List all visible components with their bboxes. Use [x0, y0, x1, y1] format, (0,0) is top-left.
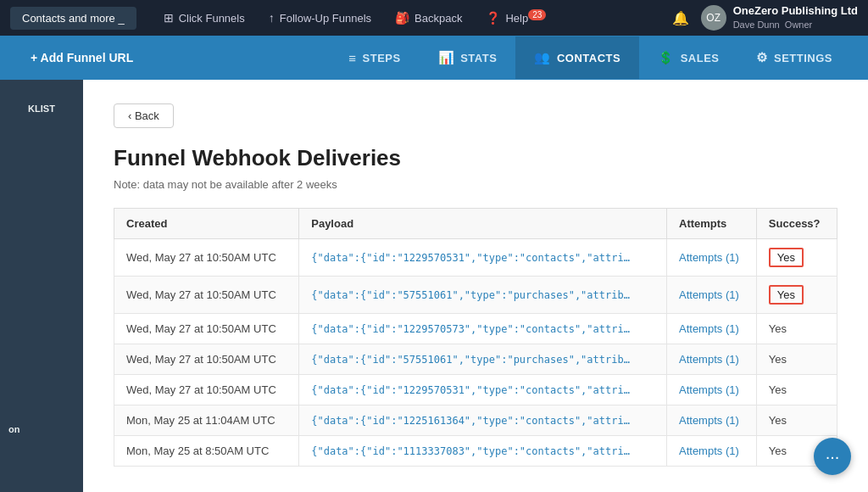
deliveries-table: Created Payload Attempts Success? Wed, M…	[114, 208, 837, 467]
cell-created: Wed, May 27 at 10:50AM UTC	[114, 314, 299, 344]
table-row: Wed, May 27 at 10:50AM UTC{"data":{"id":…	[114, 239, 837, 277]
col-success: Success?	[756, 209, 837, 239]
brand-label[interactable]: Contacts and more _	[10, 7, 136, 30]
steps-icon: ≡	[348, 51, 356, 65]
stats-icon: 📊	[438, 50, 455, 65]
cell-attempts[interactable]: Attempts (1)	[667, 436, 757, 467]
cell-success: Yes	[756, 239, 837, 277]
table-row: Wed, May 27 at 10:50AM UTC{"data":{"id":…	[114, 277, 837, 314]
cell-success: Yes	[756, 344, 837, 375]
nav-follow-up-funnels[interactable]: ↑ Follow-Up Funnels	[259, 8, 381, 28]
cell-success: Yes	[756, 277, 837, 314]
payload-text[interactable]: {"data":{"id":"57551061","type":"purchas…	[311, 354, 633, 366]
cell-created: Mon, May 25 at 11:04AM UTC	[114, 405, 299, 436]
follow-up-icon: ↑	[269, 11, 275, 25]
payload-text[interactable]: {"data":{"id":"1229570531","type":"conta…	[311, 252, 633, 264]
user-company: OneZero Publishing Ltd	[733, 4, 858, 19]
col-created: Created	[114, 209, 299, 239]
attempts-link[interactable]: Attempts (1)	[679, 288, 739, 301]
chat-bubble[interactable]: ···	[814, 438, 851, 475]
table-row: Mon, May 25 at 11:04AM UTC{"data":{"id":…	[114, 405, 837, 436]
main-layout: KLIST on ‹ Back Funnel Webhook Deliverie…	[0, 80, 868, 492]
attempts-link[interactable]: Attempts (1)	[679, 251, 739, 264]
help-icon: ❓	[486, 11, 500, 25]
cell-attempts[interactable]: Attempts (1)	[667, 239, 757, 277]
cell-payload[interactable]: {"data":{"id":"57551061","type":"purchas…	[299, 277, 667, 314]
success-boxed: Yes	[769, 285, 804, 305]
payload-text[interactable]: {"data":{"id":"1229570573","type":"conta…	[311, 323, 633, 335]
contacts-icon: 👥	[534, 50, 551, 65]
avatar: OZ	[701, 5, 726, 31]
cell-created: Wed, May 27 at 10:50AM UTC	[114, 375, 299, 405]
bell-icon[interactable]: 🔔	[672, 10, 689, 26]
table-row: Wed, May 27 at 10:50AM UTC{"data":{"id":…	[114, 314, 837, 344]
table-header: Created Payload Attempts Success?	[114, 209, 837, 239]
nav-help[interactable]: ❓ Help 23	[476, 8, 556, 28]
table-row: Mon, May 25 at 8:50AM UTC{"data":{"id":"…	[114, 436, 837, 467]
col-payload: Payload	[299, 209, 667, 239]
payload-text[interactable]: {"data":{"id":"57551061","type":"purchas…	[311, 289, 633, 301]
sidebar-item-klist[interactable]: KLIST	[0, 88, 83, 126]
table-row: Wed, May 27 at 10:50AM UTC{"data":{"id":…	[114, 344, 837, 375]
payload-text[interactable]: {"data":{"id":"1225161364","type":"conta…	[311, 415, 633, 427]
page-note: Note: data may not be available after 2 …	[114, 178, 837, 191]
attempts-link[interactable]: Attempts (1)	[679, 383, 739, 396]
cell-attempts[interactable]: Attempts (1)	[667, 375, 757, 405]
cell-payload[interactable]: {"data":{"id":"1113337083","type":"conta…	[299, 436, 667, 467]
cell-created: Mon, May 25 at 8:50AM UTC	[114, 436, 299, 467]
back-button[interactable]: ‹ Back	[114, 103, 174, 128]
cell-created: Wed, May 27 at 10:50AM UTC	[114, 344, 299, 375]
add-funnel-button[interactable]: + Add Funnel URL	[17, 44, 147, 71]
content-area: ‹ Back Funnel Webhook Deliveries Note: d…	[83, 80, 868, 492]
cell-created: Wed, May 27 at 10:50AM UTC	[114, 277, 299, 314]
top-nav-right: 🔔 OZ OneZero Publishing Ltd Dave Dunn Ow…	[672, 4, 858, 31]
cell-created: Wed, May 27 at 10:50AM UTC	[114, 239, 299, 277]
user-role: Dave Dunn Owner	[733, 19, 858, 31]
table-body: Wed, May 27 at 10:50AM UTC{"data":{"id":…	[114, 239, 837, 467]
cell-attempts[interactable]: Attempts (1)	[667, 314, 757, 344]
success-boxed: Yes	[769, 248, 804, 267]
top-nav: Contacts and more _ ⊞ Click Funnels ↑ Fo…	[0, 0, 868, 36]
sidebar: KLIST on	[0, 80, 83, 492]
cell-success: Yes	[756, 375, 837, 405]
cell-success: Yes	[756, 405, 837, 436]
cell-payload[interactable]: {"data":{"id":"1229570573","type":"conta…	[299, 314, 667, 344]
secondary-nav: + Add Funnel URL ≡ STEPS 📊 STATS 👥 CONTA…	[0, 36, 868, 80]
nav-backpack[interactable]: 🎒 Backpack	[385, 8, 472, 28]
nav-steps[interactable]: ≡ STEPS	[330, 37, 419, 79]
nav-contacts[interactable]: 👥 CONTACTS	[515, 36, 639, 79]
help-badge: 23	[528, 9, 546, 20]
nav-sales[interactable]: 💲 SALES	[639, 36, 737, 79]
table-row: Wed, May 27 at 10:50AM UTC{"data":{"id":…	[114, 375, 837, 405]
attempts-link[interactable]: Attempts (1)	[679, 414, 739, 427]
backpack-icon: 🎒	[395, 11, 409, 25]
cell-attempts[interactable]: Attempts (1)	[667, 405, 757, 436]
nav-settings[interactable]: ⚙ SETTINGS	[737, 36, 851, 79]
attempts-link[interactable]: Attempts (1)	[679, 353, 739, 366]
cell-success: Yes	[756, 314, 837, 344]
payload-text[interactable]: {"data":{"id":"1229570531","type":"conta…	[311, 384, 633, 396]
attempts-link[interactable]: Attempts (1)	[679, 444, 739, 457]
page-title: Funnel Webhook Deliveries	[114, 145, 837, 171]
sales-icon: 💲	[658, 50, 675, 65]
payload-text[interactable]: {"data":{"id":"1113337083","type":"conta…	[311, 445, 633, 457]
cell-payload[interactable]: {"data":{"id":"1225161364","type":"conta…	[299, 405, 667, 436]
settings-icon: ⚙	[756, 50, 768, 65]
nav-stats[interactable]: 📊 STATS	[420, 36, 516, 79]
user-info[interactable]: OZ OneZero Publishing Ltd Dave Dunn Owne…	[701, 4, 858, 31]
chat-icon: ···	[826, 447, 840, 467]
secondary-nav-items: ≡ STEPS 📊 STATS 👥 CONTACTS 💲 SALES ⚙ SET…	[330, 36, 851, 79]
cell-attempts[interactable]: Attempts (1)	[667, 344, 757, 375]
cell-payload[interactable]: {"data":{"id":"1229570531","type":"conta…	[299, 375, 667, 405]
col-attempts: Attempts	[667, 209, 757, 239]
click-funnels-icon: ⊞	[164, 11, 174, 25]
nav-click-funnels[interactable]: ⊞ Click Funnels	[153, 8, 255, 28]
attempts-link[interactable]: Attempts (1)	[679, 322, 739, 335]
cell-payload[interactable]: {"data":{"id":"1229570531","type":"conta…	[299, 239, 667, 277]
cell-attempts[interactable]: Attempts (1)	[667, 277, 757, 314]
cell-payload[interactable]: {"data":{"id":"57551061","type":"purchas…	[299, 344, 667, 375]
top-nav-items: ⊞ Click Funnels ↑ Follow-Up Funnels 🎒 Ba…	[153, 8, 672, 28]
sidebar-on-label: on	[0, 417, 83, 441]
